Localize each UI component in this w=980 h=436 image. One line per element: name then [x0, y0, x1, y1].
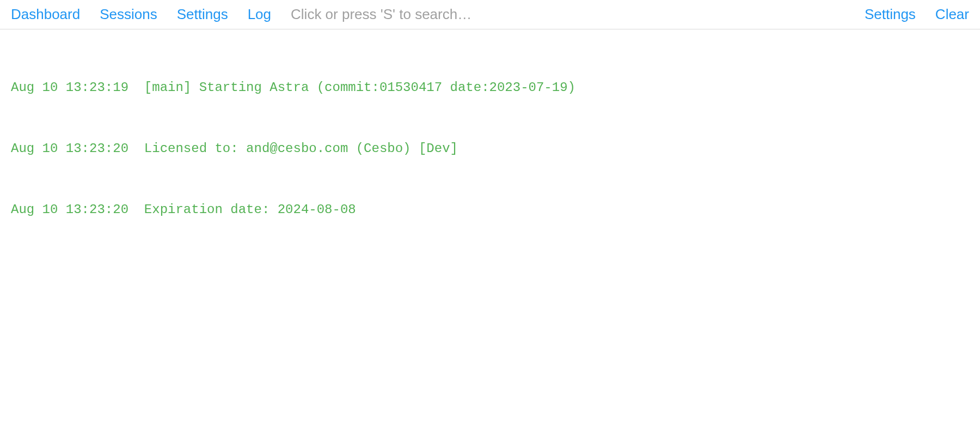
nav-settings-right[interactable]: Settings	[865, 6, 916, 23]
nav-settings[interactable]: Settings	[177, 6, 228, 23]
nav-sessions[interactable]: Sessions	[100, 6, 157, 23]
nav-dashboard[interactable]: Dashboard	[11, 6, 80, 23]
log-line: Aug 10 13:23:20 Expiration date: 2024-08…	[11, 199, 969, 220]
search-input[interactable]	[291, 6, 865, 23]
nav-log[interactable]: Log	[248, 6, 271, 23]
nav-right: Settings Clear	[865, 6, 969, 23]
navbar: Dashboard Sessions Settings Log Settings…	[0, 0, 980, 29]
nav-left: Dashboard Sessions Settings Log	[11, 6, 271, 23]
nav-clear[interactable]: Clear	[935, 6, 969, 23]
log-content: Aug 10 13:23:19 [main] Starting Astra (c…	[0, 29, 980, 247]
log-line: Aug 10 13:23:19 [main] Starting Astra (c…	[11, 77, 969, 98]
log-line: Aug 10 13:23:20 Licensed to: and@cesbo.c…	[11, 138, 969, 159]
